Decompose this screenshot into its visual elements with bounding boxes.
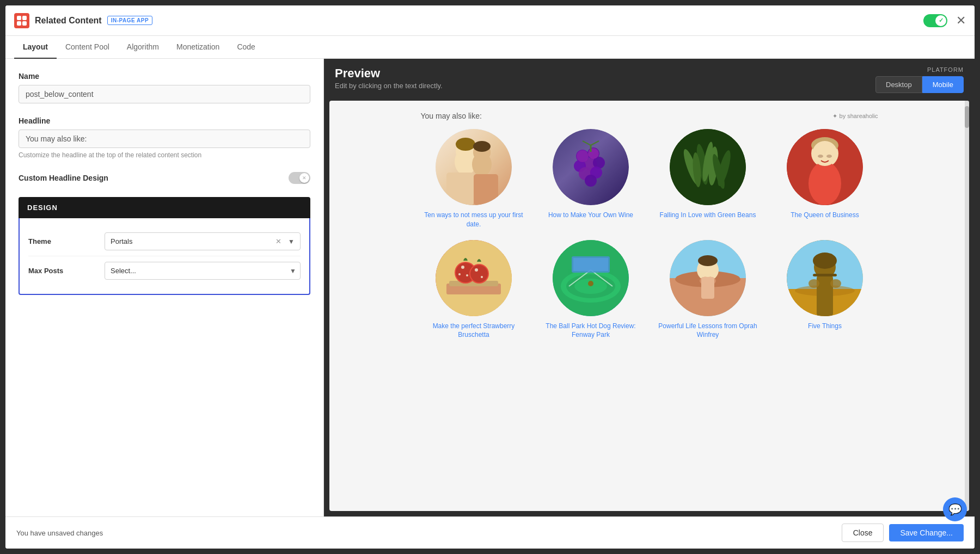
post-image[interactable] [436, 240, 512, 316]
headline-hint: Customize the headline at the top of the… [19, 151, 310, 159]
tab-code[interactable]: Code [228, 36, 264, 59]
post-image[interactable] [787, 240, 863, 316]
in-page-badge: IN-PAGE APP [107, 16, 152, 25]
save-button[interactable]: Save Change... [889, 524, 964, 541]
theme-chevron-icon: ▼ [288, 238, 295, 245]
custom-headline-toggle[interactable]: ✕ [289, 172, 310, 184]
headline-input[interactable] [19, 130, 310, 148]
svg-point-48 [475, 268, 478, 272]
preview-scrollbar[interactable] [965, 101, 969, 511]
platform-buttons: Desktop Mobile [875, 76, 964, 93]
design-section: DESIGN Theme Portals ✕ ▼ [19, 197, 310, 295]
svg-point-72 [813, 253, 837, 269]
list-item: Make the perfect Strawberry Bruschetta [421, 240, 527, 340]
theme-value: Portals [111, 237, 132, 245]
close-icon[interactable]: ✕ [956, 15, 966, 27]
svg-point-44 [470, 265, 488, 282]
post-image[interactable] [670, 129, 746, 205]
custom-headline-row: Custom Headline Design ✕ [19, 172, 310, 184]
svg-point-58 [588, 281, 593, 286]
posts-grid: Ten ways to not mess up your first date. [421, 129, 878, 340]
post-title[interactable]: Falling In Love with Green Beans [660, 211, 756, 220]
max-posts-select[interactable]: Select... 4 6 8 10 [105, 262, 301, 280]
design-header: DESIGN [19, 197, 310, 218]
headline-label: Headline [19, 116, 310, 125]
app-title: Related Content [35, 16, 102, 26]
name-input[interactable] [19, 85, 310, 103]
platform-section: PLATFORM Desktop Mobile [875, 66, 964, 93]
design-body: Theme Portals ✕ ▼ Max Posts [19, 218, 310, 295]
name-label: Name [19, 72, 310, 81]
widget-headline[interactable]: You may also like: [421, 112, 482, 120]
tab-monetization[interactable]: Monetization [168, 36, 228, 59]
modal-body: Name Headline Customize the headline at … [5, 59, 975, 516]
svg-rect-73 [813, 274, 837, 276]
close-button[interactable]: Close [842, 524, 884, 542]
right-panel: Preview Edit by clicking on the text dir… [324, 59, 975, 516]
tab-content-pool[interactable]: Content Pool [57, 36, 118, 59]
custom-headline-label: Custom Headline Design [19, 174, 108, 182]
mobile-button[interactable]: Mobile [922, 76, 964, 93]
post-title[interactable]: Five Things [808, 322, 842, 331]
svg-point-17 [585, 175, 597, 187]
svg-point-74 [808, 279, 819, 288]
tab-algorithm[interactable]: Algorithm [118, 36, 168, 59]
theme-row: Theme Portals ✕ ▼ [28, 227, 301, 256]
chat-button[interactable]: 💬 [943, 497, 967, 521]
preview-content-area[interactable]: You may also like: ✦ by shareaholic [329, 101, 969, 511]
theme-select[interactable]: Portals ✕ ▼ [105, 232, 301, 250]
max-posts-row: Max Posts Select... 4 6 8 10 ▼ [28, 256, 301, 285]
svg-point-66 [698, 255, 718, 266]
tab-layout[interactable]: Layout [14, 36, 57, 59]
svg-line-21 [583, 141, 591, 145]
list-item: Ten ways to not mess up your first date. [421, 129, 527, 229]
post-image[interactable] [436, 129, 512, 205]
svg-point-36 [818, 155, 823, 158]
post-title[interactable]: How to Make Your Own Wine [548, 211, 633, 220]
theme-clear-icon[interactable]: ✕ [275, 237, 281, 245]
modal-footer: You have unsaved changes Close Save Chan… [5, 516, 975, 549]
widget-top-row: You may also like: ✦ by shareaholic [421, 112, 878, 120]
post-title[interactable]: Ten ways to not mess up your first date. [421, 211, 527, 229]
modal-container: Related Content IN-PAGE APP ✓ ✕ Layout C… [5, 5, 975, 549]
post-title[interactable]: The Queen of Business [791, 211, 859, 220]
svg-point-19 [588, 148, 599, 159]
unsaved-changes-text: You have unsaved changes [16, 529, 103, 537]
modal-header: Related Content IN-PAGE APP ✓ ✕ [5, 5, 975, 36]
post-image[interactable] [553, 129, 629, 205]
post-title[interactable]: Make the perfect Strawberry Bruschetta [421, 322, 527, 340]
list-item: Falling In Love with Green Beans [655, 129, 761, 229]
shareaholic-logo-icon: ✦ [832, 113, 837, 120]
enabled-toggle[interactable]: ✓ [923, 14, 947, 27]
shareaholic-brand: ✦ by shareaholic [832, 113, 878, 120]
svg-rect-57 [573, 258, 608, 271]
list-item: The Ball Park Hot Dog Review: Fenway Par… [538, 240, 644, 340]
platform-label: PLATFORM [875, 66, 964, 73]
post-image[interactable] [670, 240, 746, 316]
list-item: Powerful Life Lessons from Oprah Winfrey [655, 240, 761, 340]
post-image[interactable] [553, 240, 629, 316]
preview-widget: You may also like: ✦ by shareaholic [405, 101, 895, 356]
svg-point-46 [466, 274, 468, 276]
svg-rect-70 [817, 275, 833, 316]
post-title[interactable]: The Ball Park Hot Dog Review: Fenway Par… [538, 322, 644, 340]
post-title[interactable]: Powerful Life Lessons from Oprah Winfrey [655, 322, 761, 340]
preview-subtitle: Edit by clicking on the text directly. [335, 82, 443, 90]
list-item: Five Things [772, 240, 878, 340]
desktop-button[interactable]: Desktop [875, 76, 922, 93]
svg-rect-64 [701, 277, 714, 299]
svg-rect-5 [474, 174, 498, 205]
post-image[interactable] [787, 129, 863, 205]
svg-rect-4 [446, 173, 474, 205]
preview-title: Preview [335, 66, 443, 81]
svg-point-37 [826, 155, 832, 158]
svg-point-47 [458, 273, 461, 275]
headline-field-group: Headline Customize the headline at the t… [19, 116, 310, 159]
max-posts-select-wrapper: Select... 4 6 8 10 ▼ [105, 262, 301, 280]
list-item: How to Make Your Own Wine [538, 129, 644, 229]
scrollbar-thumb [965, 106, 969, 128]
name-field-group: Name [19, 72, 310, 103]
theme-label: Theme [28, 237, 105, 245]
svg-line-22 [591, 141, 599, 145]
left-panel: Name Headline Customize the headline at … [5, 59, 324, 516]
